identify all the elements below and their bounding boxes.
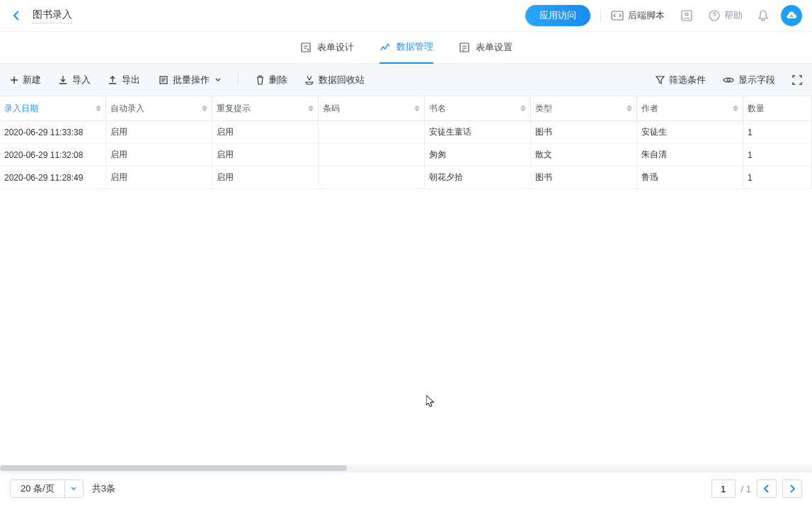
cell: 启用 [106, 144, 212, 166]
batch-icon [157, 75, 168, 85]
cell: 1 [743, 121, 812, 144]
tool-export-label: 导出 [122, 74, 140, 86]
cell: 启用 [212, 144, 319, 166]
help-icon [709, 10, 720, 21]
cell: 散文 [531, 144, 637, 166]
page-prev-button[interactable] [757, 480, 777, 498]
cell: 启用 [212, 121, 319, 144]
tool-new-label: 新建 [23, 74, 41, 86]
backend-script-label: 后端脚本 [628, 9, 665, 22]
plus-icon [10, 76, 18, 84]
tool-filter[interactable]: 筛选条件 [656, 74, 706, 86]
tool-filter-label: 筛选条件 [669, 74, 706, 86]
cell: 2020-06-29 11:33:38 [0, 121, 106, 144]
cell: 安徒生童话 [425, 121, 531, 144]
svg-point-4 [714, 18, 714, 18]
cell: 朱自清 [637, 144, 743, 166]
cell: 2020-06-29 11:32:08 [0, 144, 106, 166]
back-button[interactable] [10, 8, 24, 23]
col-auto-entry[interactable]: 自动录入 [106, 96, 212, 121]
person-icon[interactable] [679, 8, 694, 23]
cursor-icon [426, 395, 436, 408]
cell: 启用 [106, 121, 212, 144]
svg-rect-5 [302, 43, 310, 52]
page-title: 图书录入 [33, 8, 72, 21]
table-row[interactable]: 2020-06-29 11:33:38 启用 启用 安徒生童话 图书 安徒生 1 [0, 121, 812, 144]
export-icon [108, 75, 118, 85]
tab-data-mgmt-label: 数据管理 [396, 40, 433, 53]
page-title-wrapper[interactable]: 图书录入 [33, 8, 72, 23]
cell: 1 [743, 144, 812, 166]
backend-script-link[interactable]: 后端脚本 [611, 9, 665, 22]
page-size-value: 20 条/页 [11, 482, 64, 495]
tab-form-design[interactable]: 表单设计 [300, 32, 354, 64]
page-input[interactable] [711, 480, 736, 498]
tab-data-mgmt[interactable]: 数据管理 [379, 32, 433, 64]
app-access-button[interactable]: 应用访问 [525, 5, 590, 26]
cell: 朝花夕拾 [425, 166, 531, 189]
cell: 启用 [212, 166, 319, 189]
page-next-button[interactable] [782, 480, 802, 498]
page-size-select[interactable]: 20 条/页 [10, 480, 84, 498]
col-qty[interactable]: 数量 [743, 96, 812, 121]
tool-fields[interactable]: 显示字段 [723, 74, 775, 86]
cell [319, 144, 425, 166]
svg-point-2 [685, 13, 688, 16]
col-barcode[interactable]: 条码 [319, 96, 425, 121]
caret-down-icon [214, 78, 221, 82]
tool-batch[interactable]: 批量操作 [157, 74, 221, 86]
trash-icon [256, 75, 265, 85]
tool-export[interactable]: 导出 [108, 74, 140, 86]
tool-batch-label: 批量操作 [173, 74, 210, 86]
cell: 2020-06-29 11:28:49 [0, 166, 106, 189]
horizontal-scrollbar[interactable] [0, 465, 812, 472]
col-author[interactable]: 作者 [637, 96, 743, 121]
code-icon [611, 11, 624, 21]
cell: 鲁迅 [637, 166, 743, 189]
separator [238, 74, 239, 86]
cell: 1 [743, 166, 812, 189]
cloud-avatar[interactable] [781, 5, 802, 26]
tab-form-settings[interactable]: 表单设置 [459, 32, 513, 64]
total-count: 共3条 [92, 482, 115, 495]
col-type[interactable]: 类型 [531, 96, 637, 121]
sort-icon[interactable] [627, 106, 632, 112]
fullscreen-icon [792, 75, 802, 85]
sort-icon[interactable] [308, 106, 314, 112]
sort-icon[interactable] [202, 106, 207, 112]
sort-icon[interactable] [733, 106, 738, 112]
cell: 匆匆 [425, 144, 531, 166]
filter-icon [656, 75, 665, 85]
sort-icon[interactable] [414, 106, 420, 112]
col-entry-date[interactable]: 录入日期 [0, 96, 106, 121]
tool-import[interactable]: 导入 [58, 74, 91, 86]
recycle-icon [304, 75, 314, 85]
tool-recycle[interactable]: 数据回收站 [304, 74, 365, 86]
bell-icon[interactable] [755, 8, 771, 23]
import-icon [58, 75, 68, 85]
cell [319, 166, 425, 189]
tool-fields-label: 显示字段 [738, 74, 775, 86]
tool-import-label: 导入 [72, 74, 91, 86]
caret-down-icon [64, 480, 83, 498]
tool-fullscreen[interactable] [792, 75, 802, 85]
sort-icon[interactable] [96, 106, 101, 112]
form-design-icon [300, 42, 311, 53]
tool-delete[interactable]: 删除 [256, 74, 287, 86]
help-link[interactable]: 帮助 [709, 9, 743, 22]
svg-point-8 [727, 79, 730, 81]
scrollbar-thumb[interactable] [0, 465, 347, 471]
form-settings-icon [459, 42, 470, 53]
table-header: 录入日期 自动录入 重复提示 条码 书名 类型 作者 数量 [0, 96, 812, 121]
table-row[interactable]: 2020-06-29 11:28:49 启用 启用 朝花夕拾 图书 鲁迅 1 [0, 166, 812, 189]
tool-delete-label: 删除 [269, 74, 287, 86]
cell: 启用 [106, 166, 212, 189]
table-row[interactable]: 2020-06-29 11:32:08 启用 启用 匆匆 散文 朱自清 1 [0, 144, 812, 166]
tool-recycle-label: 数据回收站 [319, 74, 365, 86]
col-dup-hint[interactable]: 重复提示 [212, 96, 319, 121]
tab-form-design-label: 表单设计 [317, 41, 354, 54]
tool-new[interactable]: 新建 [10, 74, 41, 86]
sort-icon[interactable] [520, 106, 526, 112]
tab-form-settings-label: 表单设置 [476, 41, 513, 54]
col-title[interactable]: 书名 [425, 96, 531, 121]
